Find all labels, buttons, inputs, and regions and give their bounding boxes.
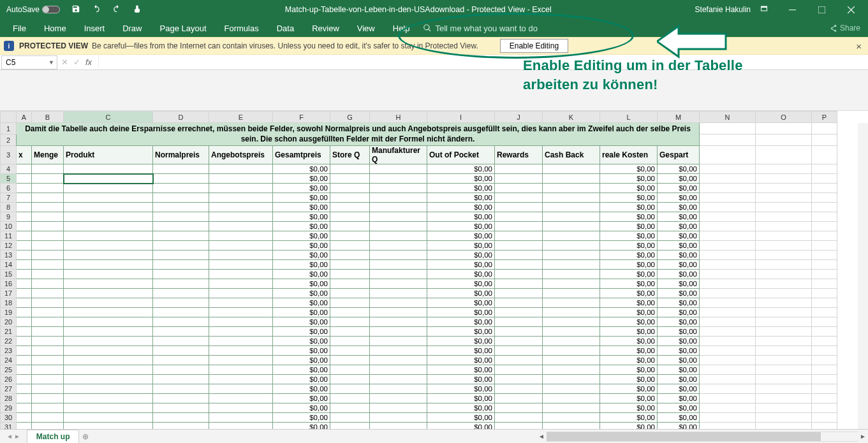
column-header[interactable]: G (330, 112, 370, 123)
cell[interactable] (495, 203, 543, 212)
cell[interactable]: $0,00 (658, 413, 700, 423)
cell[interactable] (700, 346, 756, 356)
cell[interactable]: $0,00 (658, 375, 700, 384)
cell[interactable] (153, 203, 209, 212)
cell[interactable] (700, 241, 756, 251)
cell[interactable] (330, 413, 370, 423)
cell[interactable]: $0,00 (600, 289, 658, 298)
table-header-cell[interactable]: Angebotspreis (209, 146, 273, 164)
cell[interactable] (32, 308, 64, 317)
cell[interactable] (756, 174, 812, 184)
cell[interactable] (153, 375, 209, 384)
cell[interactable]: $0,00 (658, 327, 700, 337)
tab-review[interactable]: Review (303, 19, 348, 37)
cell[interactable] (209, 193, 273, 203)
cell[interactable] (153, 193, 209, 203)
cell[interactable] (64, 184, 153, 193)
row-header[interactable]: 24 (1, 356, 17, 365)
cell[interactable] (370, 327, 427, 337)
cell[interactable] (495, 270, 543, 279)
cell[interactable] (700, 270, 756, 279)
cell[interactable]: $0,00 (427, 413, 495, 423)
cell[interactable]: $0,00 (273, 231, 330, 241)
column-header[interactable]: N (700, 112, 756, 123)
cell[interactable]: $0,00 (658, 231, 700, 241)
cell[interactable] (495, 251, 543, 260)
cell[interactable] (153, 403, 209, 413)
cell[interactable] (64, 241, 153, 251)
cell[interactable] (700, 184, 756, 193)
cell[interactable] (209, 164, 273, 174)
cell[interactable] (370, 375, 427, 384)
cell[interactable] (32, 289, 64, 298)
redo-icon[interactable] (112, 4, 121, 15)
maximize-button[interactable] (807, 0, 836, 19)
cell[interactable] (17, 375, 32, 384)
cell[interactable] (700, 174, 756, 184)
cell[interactable] (370, 413, 427, 423)
cell[interactable] (64, 298, 153, 308)
cell[interactable]: $0,00 (273, 270, 330, 279)
cell[interactable] (812, 394, 837, 403)
cell[interactable]: $0,00 (273, 356, 330, 365)
cell[interactable]: $0,00 (273, 298, 330, 308)
cell[interactable] (153, 251, 209, 260)
cell[interactable] (370, 231, 427, 241)
row-header[interactable]: 14 (1, 260, 17, 270)
cell[interactable] (370, 346, 427, 356)
cell[interactable] (17, 346, 32, 356)
cell[interactable] (756, 260, 812, 270)
tab-draw[interactable]: Draw (114, 19, 151, 37)
select-all-cell[interactable] (1, 112, 17, 123)
cell[interactable] (32, 298, 64, 308)
cell[interactable]: $0,00 (273, 327, 330, 337)
cell[interactable]: $0,00 (273, 375, 330, 384)
cell[interactable]: $0,00 (427, 241, 495, 251)
row-header[interactable]: 13 (1, 251, 17, 260)
cell[interactable] (700, 146, 756, 164)
cell[interactable] (495, 184, 543, 193)
cell[interactable] (17, 279, 32, 289)
cell[interactable]: $0,00 (273, 193, 330, 203)
cell[interactable] (700, 164, 756, 174)
column-header[interactable]: L (600, 112, 658, 123)
cell[interactable] (812, 174, 837, 184)
cell[interactable] (330, 384, 370, 394)
cell[interactable] (64, 174, 153, 184)
row-header[interactable]: 11 (1, 231, 17, 241)
cell[interactable] (17, 298, 32, 308)
cell[interactable] (64, 375, 153, 384)
cell[interactable] (543, 298, 600, 308)
cell[interactable] (700, 289, 756, 298)
cell[interactable]: $0,00 (658, 308, 700, 317)
cell[interactable] (32, 241, 64, 251)
cell[interactable] (700, 134, 756, 146)
close-button[interactable] (836, 0, 865, 19)
cell[interactable] (495, 346, 543, 356)
cell[interactable] (209, 203, 273, 212)
cell[interactable]: $0,00 (427, 212, 495, 222)
row-header[interactable]: 23 (1, 346, 17, 356)
insert-function-icon[interactable]: fx (85, 57, 92, 67)
cell[interactable] (330, 317, 370, 327)
cell[interactable] (543, 327, 600, 337)
cell[interactable] (543, 222, 600, 231)
cell[interactable]: $0,00 (658, 184, 700, 193)
cell[interactable]: $0,00 (658, 346, 700, 356)
table-header-cell[interactable]: Gespart (658, 146, 700, 164)
cell[interactable] (64, 308, 153, 317)
cell[interactable]: $0,00 (427, 203, 495, 212)
cell[interactable] (330, 403, 370, 413)
row-header[interactable]: 3 (1, 146, 17, 164)
cell[interactable] (812, 231, 837, 241)
column-header[interactable]: A (17, 112, 32, 123)
cell[interactable]: $0,00 (273, 251, 330, 260)
cell[interactable] (209, 308, 273, 317)
cell[interactable] (32, 222, 64, 231)
cell[interactable] (370, 279, 427, 289)
cell[interactable] (17, 212, 32, 222)
cell[interactable] (812, 203, 837, 212)
cell[interactable] (700, 327, 756, 337)
cell[interactable]: $0,00 (427, 375, 495, 384)
cell[interactable] (756, 384, 812, 394)
